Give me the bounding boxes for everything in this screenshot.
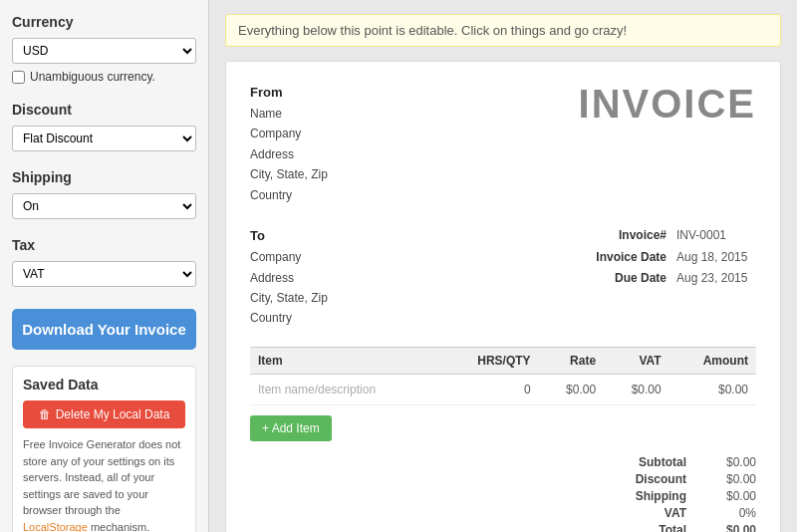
- download-invoice-button[interactable]: Download Your Invoice: [12, 309, 196, 350]
- subtotal-value: $0.00: [706, 455, 756, 469]
- item-vat[interactable]: $0.00: [604, 374, 669, 404]
- total-value: $0.00: [706, 523, 756, 532]
- main-content: Everything below this point is editable.…: [209, 0, 797, 532]
- discount-row: Discount $0.00: [617, 472, 756, 486]
- to-city[interactable]: City, State, Zip: [250, 288, 328, 308]
- currency-select[interactable]: USD: [12, 38, 196, 64]
- totals-table: Subtotal $0.00 Discount $0.00 Shipping $…: [617, 455, 756, 532]
- from-company[interactable]: Company: [250, 124, 328, 143]
- shipping-row: Shipping $0.00: [617, 489, 756, 503]
- notice-banner: Everything below this point is editable.…: [225, 14, 781, 47]
- col-item: Item: [250, 347, 440, 374]
- to-country[interactable]: Country: [250, 308, 328, 328]
- shipping-value: $0.00: [706, 489, 756, 503]
- from-address[interactable]: Address: [250, 144, 328, 164]
- notice-text: Everything below this point is editable.…: [238, 23, 627, 38]
- table-row: Item name/description 0 $0.00 $0.00 $0.0…: [250, 374, 756, 404]
- unambiguous-label: Unambiguous currency.: [30, 70, 155, 84]
- invoice-number-row: Invoice# INV-0001: [596, 225, 756, 247]
- discount-title: Discount: [12, 102, 196, 118]
- trash-icon: 🗑: [39, 407, 51, 421]
- invoice-date-value[interactable]: Aug 18, 2015: [676, 247, 756, 269]
- tax-select[interactable]: VAT: [12, 261, 196, 287]
- col-amount: Amount: [669, 347, 756, 374]
- to-section: To Company Address City, State, Zip Coun…: [250, 225, 328, 329]
- saved-data-panel: Saved Data 🗑 Delete My Local Data Free I…: [12, 366, 196, 532]
- tax-section: Tax VAT: [12, 237, 196, 287]
- item-qty[interactable]: 0: [440, 374, 539, 404]
- invoice-number-value[interactable]: INV-0001: [676, 225, 756, 247]
- shipping-title: Shipping: [12, 169, 196, 185]
- subtotal-label: Subtotal: [617, 455, 686, 469]
- vat-row: VAT 0%: [617, 506, 756, 520]
- delete-local-data-button[interactable]: 🗑 Delete My Local Data: [23, 400, 185, 428]
- from-city[interactable]: City, State, Zip: [250, 164, 328, 184]
- discount-select[interactable]: Flat Discount: [12, 126, 196, 151]
- saved-data-description: Free Invoice Generator does not store an…: [23, 436, 185, 532]
- to-label: To: [250, 225, 328, 247]
- invoice-panel: From Name Company Address City, State, Z…: [225, 61, 781, 532]
- invoice-date-row: Invoice Date Aug 18, 2015: [596, 247, 756, 269]
- sidebar: Currency USD Unambiguous currency. Disco…: [0, 0, 209, 532]
- col-rate: Rate: [539, 347, 605, 374]
- local-storage-link[interactable]: LocalStorage: [23, 521, 88, 533]
- invoice-header: From Name Company Address City, State, Z…: [250, 82, 756, 205]
- from-section: From Name Company Address City, State, Z…: [250, 82, 328, 205]
- due-date-label: Due Date: [615, 268, 666, 290]
- invoice-date-label: Invoice Date: [596, 247, 666, 269]
- table-header-row: Item HRS/QTY Rate VAT Amount: [250, 347, 756, 374]
- shipping-section: Shipping On: [12, 169, 196, 219]
- discount-value: $0.00: [706, 472, 756, 486]
- invoice-title: INVOICE: [579, 82, 756, 127]
- saved-data-title: Saved Data: [23, 377, 185, 393]
- add-item-button[interactable]: + Add Item: [250, 415, 332, 441]
- discount-section: Discount Flat Discount: [12, 102, 196, 151]
- total-label: Total: [617, 523, 686, 532]
- shipping-label: Shipping: [617, 489, 686, 503]
- tax-title: Tax: [12, 237, 196, 253]
- invoice-details: Invoice# INV-0001 Invoice Date Aug 18, 2…: [596, 225, 756, 329]
- item-description[interactable]: Item name/description: [250, 374, 440, 404]
- discount-label: Discount: [617, 472, 686, 486]
- currency-title: Currency: [12, 14, 196, 30]
- col-vat: VAT: [604, 347, 669, 374]
- from-name[interactable]: Name: [250, 104, 328, 124]
- from-label: From: [250, 82, 328, 104]
- unambiguous-checkbox[interactable]: [12, 71, 25, 84]
- from-country[interactable]: Country: [250, 185, 328, 205]
- item-amount: $0.00: [669, 374, 756, 404]
- unambiguous-row: Unambiguous currency.: [12, 70, 196, 84]
- invoice-meta-row: To Company Address City, State, Zip Coun…: [250, 225, 756, 329]
- vat-value: 0%: [706, 506, 756, 520]
- due-date-row: Due Date Aug 23, 2015: [596, 268, 756, 290]
- invoice-number-label: Invoice#: [619, 225, 666, 247]
- totals-section: Subtotal $0.00 Discount $0.00 Shipping $…: [250, 455, 756, 532]
- due-date-value[interactable]: Aug 23, 2015: [676, 268, 756, 290]
- shipping-select[interactable]: On: [12, 193, 196, 219]
- total-row: Total $0.00: [617, 523, 756, 532]
- item-rate[interactable]: $0.00: [539, 374, 605, 404]
- invoice-table: Item HRS/QTY Rate VAT Amount Item name/d…: [250, 347, 756, 405]
- to-company[interactable]: Company: [250, 247, 328, 267]
- currency-section: Currency USD Unambiguous currency.: [12, 14, 196, 84]
- col-qty: HRS/QTY: [440, 347, 539, 374]
- to-address[interactable]: Address: [250, 268, 328, 288]
- vat-label: VAT: [617, 506, 686, 520]
- subtotal-row: Subtotal $0.00: [617, 455, 756, 469]
